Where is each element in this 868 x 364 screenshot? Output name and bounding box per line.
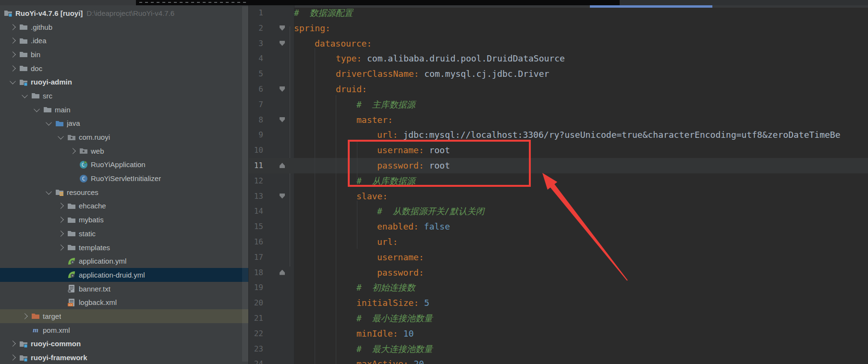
code-text[interactable]: # 从库数据源	[356, 173, 416, 189]
fold-collapse-icon[interactable]	[280, 25, 285, 31]
code-line-6[interactable]: 6druid:	[249, 82, 868, 97]
chevron-right-icon[interactable]	[70, 148, 76, 154]
tree-item-doc[interactable]: doc	[0, 61, 249, 75]
tree-toggle[interactable]	[6, 66, 19, 71]
code-line-11[interactable]: 11password: root	[249, 158, 868, 173]
code-line-9[interactable]: 9url: jdbc:mysql://localhost:3306/ry?use…	[249, 127, 868, 143]
chevron-down-icon[interactable]	[58, 133, 64, 140]
chevron-right-icon[interactable]	[10, 24, 16, 30]
chevron-right-icon[interactable]	[10, 340, 16, 347]
fold-collapse-icon[interactable]	[280, 41, 285, 46]
fold-collapse-icon[interactable]	[280, 117, 285, 122]
tree-item-ruoyi-admin[interactable]: ruoyi-admin	[0, 75, 249, 89]
tree-toggle[interactable]	[6, 80, 19, 84]
code-text[interactable]: password:	[377, 265, 424, 280]
tree-toggle[interactable]	[54, 231, 67, 236]
code-text[interactable]: # 从数据源开关/默认关闭	[377, 204, 484, 219]
tree-item-web[interactable]: web	[0, 144, 249, 158]
code-text[interactable]: username:	[377, 250, 424, 265]
tree-toggle[interactable]	[54, 135, 67, 139]
tree-item-application-druid.yml[interactable]: application-druid.yml	[0, 268, 249, 282]
code-text[interactable]: url:	[377, 234, 398, 250]
code-line-7[interactable]: 7# 主库数据源	[249, 97, 868, 112]
code-line-15[interactable]: 15enabled: false	[249, 219, 868, 234]
code-line-19[interactable]: 19# 初始连接数	[249, 280, 868, 295]
fold-end-icon[interactable]	[280, 163, 285, 168]
tree-toggle[interactable]	[6, 341, 19, 346]
code-text[interactable]: # 数据源配置	[294, 5, 353, 21]
code-line-21[interactable]: 21# 最小连接池数量	[249, 311, 868, 326]
code-text[interactable]: driverClassName: com.mysql.cj.jdbc.Drive…	[336, 66, 549, 82]
tree-item-.github[interactable]: .github	[0, 20, 249, 34]
chevron-down-icon[interactable]	[10, 78, 16, 85]
tree-item-logback.xml[interactable]: <>logback.xml	[0, 295, 249, 309]
tree-item-static[interactable]: static	[0, 227, 249, 241]
tree-item-pom.xml[interactable]: mpom.xml	[0, 323, 249, 337]
tree-item-resources[interactable]: resources	[0, 185, 249, 199]
tree-toggle[interactable]	[18, 94, 31, 98]
tree-item-ehcache[interactable]: ehcache	[0, 199, 249, 213]
tree-item-java[interactable]: java	[0, 117, 249, 131]
tree-item-src[interactable]: src	[0, 89, 249, 103]
chevron-right-icon[interactable]	[58, 231, 64, 237]
code-line-13[interactable]: 13slave:	[249, 189, 868, 204]
code-text[interactable]: slave:	[356, 189, 388, 204]
code-line-17[interactable]: 17username:	[249, 250, 868, 265]
code-line-23[interactable]: 23# 最大连接池数量	[249, 341, 868, 357]
chevron-right-icon[interactable]	[10, 354, 16, 361]
code-line-16[interactable]: 16url:	[249, 234, 868, 250]
code-line-12[interactable]: 12# 从库数据源	[249, 173, 868, 189]
code-text[interactable]: password: root	[377, 158, 450, 173]
tree-toggle[interactable]	[30, 108, 43, 112]
tree-item-bin[interactable]: bin	[0, 48, 249, 61]
tree-item-mybatis[interactable]: mybatis	[0, 213, 249, 227]
code-line-4[interactable]: 4type: com.alibaba.druid.pool.DruidDataS…	[249, 51, 868, 66]
chevron-right-icon[interactable]	[22, 313, 28, 319]
tree-toggle[interactable]	[42, 190, 55, 194]
code-line-8[interactable]: 8master:	[249, 112, 868, 128]
chevron-right-icon[interactable]	[58, 244, 64, 251]
tree-toggle[interactable]	[54, 204, 67, 208]
tree-toggle[interactable]	[54, 245, 67, 250]
code-text[interactable]: # 最大连接池数量	[356, 341, 433, 357]
code-line-22[interactable]: 22minIdle: 10	[249, 326, 868, 341]
chevron-down-icon[interactable]	[34, 106, 40, 112]
code-line-2[interactable]: 2spring:	[249, 21, 868, 36]
code-line-10[interactable]: 10username: root	[249, 143, 868, 158]
code-line-1[interactable]: 1# 数据源配置	[249, 5, 868, 21]
tree-item-templates[interactable]: templates	[0, 241, 249, 255]
code-text[interactable]: maxActive: 20	[356, 356, 424, 364]
tree-item-main[interactable]: main	[0, 103, 249, 117]
code-text[interactable]: # 初始连接数	[356, 280, 416, 295]
chevron-right-icon[interactable]	[10, 37, 16, 44]
code-line-5[interactable]: 5driverClassName: com.mysql.cj.jdbc.Driv…	[249, 66, 868, 82]
tree-item-ruoyi-v4.7.6-ruoyi-[interactable]: RuoYi-v4.7.6 [ruoyi]D:\ideaproject\RuoYi…	[0, 6, 249, 20]
tree-item-ruoyiservletinitializer[interactable]: CRuoYiServletInitializer	[0, 171, 249, 185]
fold-collapse-icon[interactable]	[280, 86, 285, 92]
tree-item-ruoyi-common[interactable]: ruoyi-common	[0, 337, 249, 351]
tree-item-target[interactable]: target	[0, 309, 249, 323]
tree-toggle[interactable]	[54, 218, 67, 222]
code-text[interactable]: druid:	[336, 82, 367, 97]
code-line-18[interactable]: 18password:	[249, 265, 868, 280]
fold-collapse-icon[interactable]	[280, 194, 285, 199]
tree-item-ruoyiapplication[interactable]: CRuoYiApplication	[0, 158, 249, 172]
chevron-right-icon[interactable]	[10, 51, 16, 58]
code-text[interactable]: minIdle: 10	[356, 326, 414, 341]
tree-toggle[interactable]	[18, 314, 31, 318]
tree-item-ruoyi-framework[interactable]: ruoyi-framework	[0, 351, 249, 364]
tree-item-.idea[interactable]: .idea	[0, 34, 249, 48]
code-text[interactable]: username: root	[377, 143, 450, 158]
code-line-20[interactable]: 20initialSize: 5	[249, 295, 868, 311]
code-text[interactable]: initialSize: 5	[356, 295, 429, 311]
chevron-down-icon[interactable]	[46, 189, 52, 195]
code-text[interactable]: datasource:	[315, 36, 372, 51]
chevron-down-icon[interactable]	[46, 120, 52, 126]
code-text[interactable]: url: jdbc:mysql://localhost:3306/ry?useU…	[377, 127, 841, 143]
chevron-down-icon[interactable]	[22, 92, 28, 98]
code-text[interactable]: spring:	[294, 21, 330, 36]
tree-toggle[interactable]	[6, 52, 19, 57]
code-text[interactable]: # 主库数据源	[356, 97, 416, 112]
tree-toggle[interactable]	[6, 38, 19, 43]
tree-toggle[interactable]	[66, 149, 79, 153]
